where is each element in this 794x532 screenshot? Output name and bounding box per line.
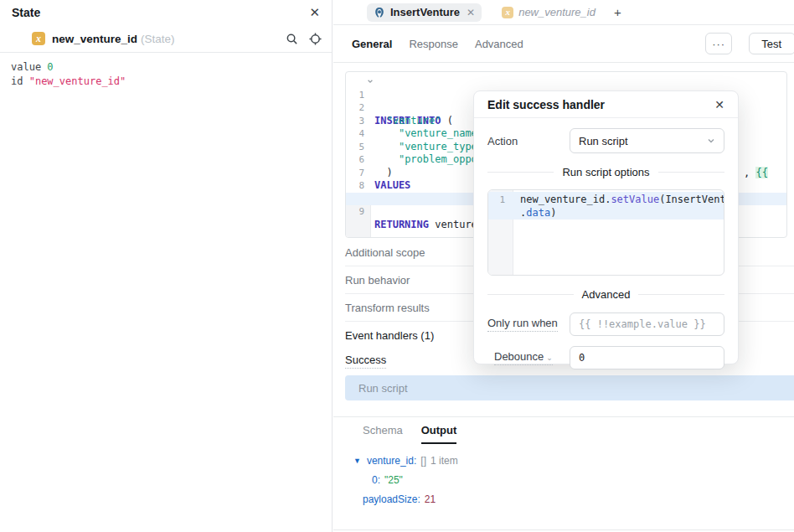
- only-run-when-label: Only run when: [487, 317, 558, 332]
- fold-icon[interactable]: [367, 78, 374, 85]
- more-options-button[interactable]: ···: [705, 33, 732, 54]
- state-item-type: (State): [141, 33, 175, 45]
- state-panel: State ✕ x new_venture_id (State) value 0: [0, 0, 333, 532]
- menu-icon[interactable]: [345, 8, 358, 18]
- menu-icon[interactable]: [10, 34, 23, 44]
- app-window: State ✕ x new_venture_id (State) value 0: [0, 0, 794, 532]
- add-tab-icon[interactable]: +: [614, 5, 621, 19]
- action-select[interactable]: Run script: [570, 128, 724, 153]
- tab-output[interactable]: Output: [421, 424, 457, 444]
- state-panel-title: State: [12, 6, 40, 19]
- success-script-editor[interactable]: 1 new_venture_id.setValue(InsertVenture.…: [487, 189, 724, 276]
- state-properties: value 0 id "new_venture_id": [0, 53, 332, 96]
- run-script-handler-row[interactable]: Run script: [345, 375, 794, 400]
- output-tree-row[interactable]: 0: "25": [372, 474, 403, 486]
- state-prop-id-string: "new_venture_id": [29, 75, 126, 87]
- modal-title: Edit success handler: [487, 98, 605, 111]
- inspect-target-icon[interactable]: [309, 33, 322, 45]
- tab-response[interactable]: Response: [409, 38, 458, 50]
- state-badge-icon: x: [502, 7, 513, 18]
- only-run-when-row: Only run when: [487, 312, 724, 336]
- tab-new-venture-id[interactable]: x new_venture_id: [493, 6, 596, 18]
- script-code: new_venture_id.setValue(InsertVenture.da…: [520, 194, 724, 220]
- code-line: 1 INSERT INTO: [346, 75, 786, 89]
- debounce-row: Debounce⌄: [487, 346, 724, 369]
- success-label: Success: [345, 354, 386, 366]
- debounce-label[interactable]: Debounce⌄: [494, 350, 553, 365]
- state-panel-header: State ✕: [0, 0, 332, 25]
- debounce-input[interactable]: [570, 346, 724, 369]
- state-badge-icon: x: [32, 32, 45, 45]
- action-label: Action: [487, 135, 518, 147]
- postgresql-icon: [374, 7, 385, 18]
- state-item-row: x new_venture_id (State): [0, 25, 332, 53]
- advanced-divider: Advanced: [487, 288, 724, 301]
- tab-label: InsertVenture: [390, 6, 460, 18]
- tab-schema[interactable]: Schema: [363, 424, 403, 442]
- chevron-down-icon: ⌄: [546, 354, 553, 362]
- query-subnav: General Response Advanced ··· Test: [333, 25, 794, 63]
- output-tree-row[interactable]: payloadSize: 21: [363, 493, 436, 505]
- tab-advanced[interactable]: Advanced: [475, 38, 523, 50]
- close-icon[interactable]: ✕: [714, 98, 724, 111]
- state-item-name: new_venture_id: [52, 33, 137, 45]
- output-tree-row[interactable]: ▼ venture_id: [] 1 item: [353, 455, 458, 467]
- search-icon[interactable]: [286, 33, 298, 45]
- state-prop-value: value 0: [11, 60, 321, 75]
- run-script-options-divider: Run script options: [487, 166, 724, 178]
- only-run-when-input[interactable]: [570, 312, 724, 336]
- modal-header: Edit success handler ✕: [474, 91, 738, 118]
- chevron-down-icon: [707, 137, 715, 145]
- tab-general[interactable]: General: [352, 38, 392, 50]
- collapse-arrow-icon[interactable]: ▼: [353, 457, 361, 465]
- state-prop-id: id "new_venture_id": [11, 75, 321, 89]
- edit-success-handler-modal: Edit success handler ✕ Action Run script…: [473, 90, 739, 364]
- state-prop-value-number: 0: [47, 61, 53, 73]
- tab-label: new_venture_id: [518, 6, 596, 18]
- divider: [333, 529, 794, 530]
- action-row: Action Run script: [487, 128, 724, 153]
- editor-tab-bar: InsertVenture ✕ x new_venture_id +: [333, 0, 794, 25]
- close-icon[interactable]: ✕: [309, 5, 320, 20]
- result-tabs: Schema Output: [333, 416, 794, 442]
- tab-close-icon[interactable]: ✕: [467, 7, 475, 18]
- tab-insertventure[interactable]: InsertVenture ✕: [367, 3, 482, 22]
- test-button[interactable]: Test: [749, 33, 794, 54]
